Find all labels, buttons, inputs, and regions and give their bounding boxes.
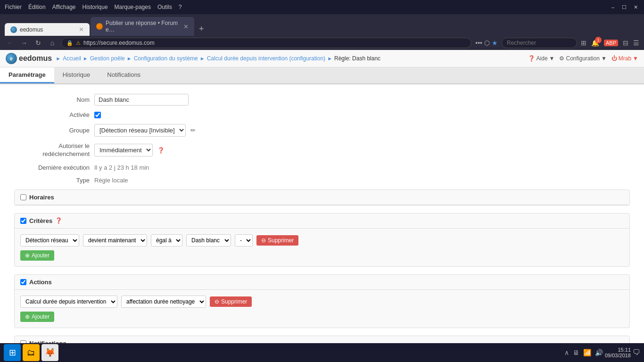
notification-center-icon[interactable]: 🗨: [633, 348, 640, 357]
activee-checkbox[interactable]: [94, 112, 101, 118]
horaires-header: Horaires: [15, 190, 629, 205]
criteres-field1[interactable]: Détection réseau: [20, 234, 79, 247]
user-button[interactable]: ⏻ Mrab ▼: [611, 55, 638, 62]
criteres-header: Critères ❓: [15, 214, 629, 229]
horaires-section: Horaires: [14, 189, 630, 206]
breadcrumb-calcul[interactable]: Calcul durée depuis intervention (config…: [207, 55, 325, 62]
menu-outils[interactable]: Outils: [157, 4, 172, 10]
volume-icon: 🔊: [595, 349, 603, 356]
criteres-field2[interactable]: devient maintenant: [83, 234, 147, 247]
forward-button[interactable]: →: [19, 38, 29, 48]
plus-circle-icon: ⊕: [25, 252, 30, 259]
breadcrumb-accueil[interactable]: Accueil: [63, 55, 81, 62]
criteres-field5[interactable]: -: [235, 234, 253, 247]
criteres-section: Critères ❓ Détection réseau devient main…: [14, 213, 630, 267]
tab-label-2: Publier une réponse • Forum e…: [106, 20, 181, 33]
maximize-button[interactable]: ☐: [620, 3, 628, 11]
actions-add-button[interactable]: ⊕ Ajouter: [20, 312, 54, 322]
breadcrumb-arrow-5: ►: [327, 56, 332, 61]
more-icon[interactable]: •••: [475, 39, 482, 47]
tray-clock: 15:11 09/03/2018: [605, 347, 631, 358]
breadcrumb-gestion-poele[interactable]: Gestion poêle: [90, 55, 125, 62]
logo-text: eedomus: [19, 54, 52, 63]
browser-chrome: eedomus ✕ Publier une réponse • Forum e……: [0, 14, 644, 50]
criteres-row-1: Détection réseau devient maintenant égal…: [20, 234, 624, 247]
tab-close-1[interactable]: ✕: [79, 26, 84, 33]
actions-header: Actions: [15, 275, 629, 290]
menu-historique[interactable]: Historique: [83, 4, 108, 10]
derniere-exec-value: Il y a 2 j 23 h 18 min: [94, 164, 149, 171]
criteres-field3[interactable]: égal à: [151, 234, 182, 247]
criteres-help-icon[interactable]: ❓: [55, 217, 62, 224]
browser-tab-1[interactable]: eedomus ✕: [5, 23, 90, 36]
window-controls: – ☐ ✕: [609, 3, 639, 11]
actions-field2[interactable]: affectation durée nettoyage: [121, 296, 206, 308]
taskbar: ⊞ 🗂 🦊 ∧ 🖥 📶 🔊 15:11 09/03/2018 🗨: [0, 343, 644, 362]
nom-input[interactable]: [94, 94, 189, 106]
wifi-icon: 📶: [583, 349, 591, 356]
criteres-field4[interactable]: Dash blanc: [186, 234, 231, 247]
tray-chevron-icon[interactable]: ∧: [564, 349, 569, 356]
config-button[interactable]: ⚙ Configuration ▼: [559, 55, 606, 62]
derniere-exec-row: Dernière exécution Il y a 2 j 23 h 18 mi…: [14, 164, 630, 171]
start-button[interactable]: ⊞: [4, 344, 21, 361]
addr-extras: ••• ⬡ ★: [475, 39, 498, 47]
browser-right-icons: ⊞ 🔔 1 ABP ⊟ ☰: [581, 39, 639, 47]
criteres-label: Critères: [29, 217, 52, 224]
tab-close-2[interactable]: ✕: [183, 23, 189, 30]
adblock-icon[interactable]: ABP: [604, 40, 618, 46]
back-button[interactable]: ←: [5, 38, 15, 48]
refresh-button[interactable]: ↻: [33, 38, 43, 48]
breadcrumb-config-systeme[interactable]: Configuration du système: [134, 55, 198, 62]
actions-field1[interactable]: Calcul durée depuis intervention: [20, 296, 117, 308]
menu-fichier[interactable]: Fichier: [5, 4, 22, 10]
menu-edition[interactable]: Édition: [28, 4, 46, 10]
eedomus-logo[interactable]: e eedomus: [6, 53, 52, 64]
criteres-checkbox[interactable]: [20, 218, 26, 224]
menu-marque-pages[interactable]: Marque-pages: [115, 4, 151, 10]
actions-label: Actions: [29, 279, 52, 286]
autoriser-help-icon[interactable]: ❓: [157, 147, 165, 154]
actions-checkbox[interactable]: [20, 279, 26, 285]
menu-help[interactable]: ?: [179, 4, 182, 10]
minimize-button[interactable]: –: [609, 3, 617, 11]
groupe-select[interactable]: [Détection réseau [Invisible]: [94, 124, 186, 137]
main-content: Nom Activée Groupe [Détection réseau [In…: [0, 84, 644, 356]
new-tab-button[interactable]: +: [195, 22, 208, 36]
autoriser-select[interactable]: Immédiatement: [94, 144, 153, 156]
criteres-delete-button[interactable]: ⊖ Supprimer: [256, 235, 298, 246]
horaires-checkbox[interactable]: [20, 194, 26, 200]
activee-row: Activée: [14, 111, 630, 118]
tab-parametrage[interactable]: Paramétrage: [0, 67, 54, 83]
network-icon: 🖥: [573, 349, 579, 356]
taskbar-firefox[interactable]: 🦊: [41, 344, 58, 361]
search-box[interactable]: Rechercher: [502, 38, 577, 48]
autoriser-label: Autoriser le redéclenchement: [14, 142, 90, 158]
breadcrumb: ► Accueil ► Gestion poêle ► Configuratio…: [56, 55, 524, 62]
close-button[interactable]: ✕: [632, 3, 639, 11]
tab-favicon-1: [10, 26, 17, 33]
tab-historique[interactable]: Historique: [54, 67, 99, 83]
menu-affichage[interactable]: Affichage: [52, 4, 76, 10]
browser-tab-2[interactable]: Publier une réponse • Forum e… ✕: [91, 17, 194, 36]
question-circle-icon: ❓: [528, 55, 535, 62]
menu-bar: Fichier Édition Affichage Historique Mar…: [5, 4, 609, 10]
url-bar[interactable]: 🔒 ⚠ https://secure.eedomus.com: [61, 38, 471, 48]
actions-delete-button[interactable]: ⊖ Supprimer: [210, 296, 252, 307]
tab-notifications[interactable]: Notifications: [99, 67, 149, 83]
library-icon[interactable]: ⊞: [581, 39, 586, 47]
bookmark-icon[interactable]: ★: [492, 39, 498, 47]
reader-icon[interactable]: ⊟: [623, 39, 628, 47]
home-button[interactable]: ⌂: [47, 38, 58, 48]
nom-label: Nom: [14, 96, 90, 103]
notification-area[interactable]: 🔔 1: [591, 39, 599, 47]
menu-icon[interactable]: ☰: [633, 39, 639, 47]
plus-circle-icon-action: ⊕: [25, 313, 30, 320]
criteres-add-button[interactable]: ⊕ Ajouter: [20, 250, 54, 261]
taskbar-files[interactable]: 🗂: [23, 344, 40, 361]
power-icon: ⏻: [611, 55, 617, 62]
pocket-icon[interactable]: ⬡: [484, 39, 490, 47]
minus-circle-icon-action: ⊖: [215, 298, 219, 305]
help-button[interactable]: ❓ Aide ▼: [528, 55, 555, 62]
groupe-edit-button[interactable]: ✏: [190, 127, 196, 134]
